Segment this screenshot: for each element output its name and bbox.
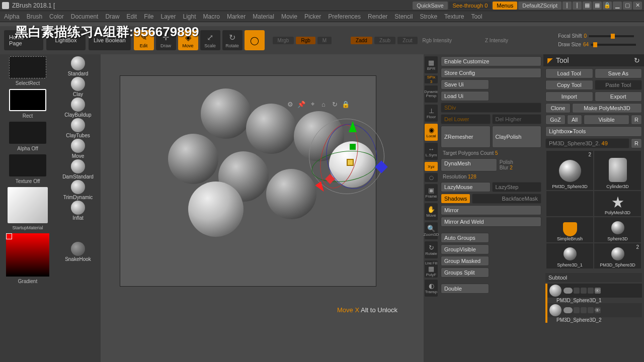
subtool-item-0[interactable]: 👁 <box>547 284 642 298</box>
home-icon[interactable]: ⌂ <box>319 100 328 108</box>
spix-label[interactable]: SPix 3 <box>425 75 438 83</box>
goz-visible-button[interactable]: Visible <box>584 115 629 125</box>
groupmasked-button[interactable]: Group Masked <box>441 256 489 266</box>
backfacemask-button[interactable]: BackfaceMask <box>472 194 541 204</box>
scale-mode-button[interactable]: ⤢Scale <box>200 30 220 50</box>
tool-thumb-3[interactable]: PolyMesh3D <box>594 191 641 216</box>
gizmo-button[interactable]: ◯ <box>245 30 265 50</box>
draw-size-slider[interactable] <box>591 44 636 46</box>
menu-document[interactable]: Document <box>71 13 99 20</box>
menu-alpha[interactable]: Alpha <box>4 13 20 20</box>
location-icon[interactable]: ⌖ <box>308 100 316 108</box>
pin-icon[interactable]: 📌 <box>297 100 305 108</box>
mirror-weld-button[interactable]: Mirror And Weld <box>441 217 541 227</box>
menu-brush[interactable]: Brush <box>27 13 42 20</box>
tool-thumb-5[interactable]: Sphere3D <box>594 217 641 242</box>
tool-thumb-2[interactable] <box>546 191 593 216</box>
save-ui-button[interactable]: Save Ui <box>441 79 489 89</box>
tool-thumb-4[interactable]: SimpleBrush <box>546 217 593 242</box>
close-icon[interactable]: ✕ <box>633 2 642 10</box>
zcut-chip[interactable]: Zcut <box>397 37 417 44</box>
goz-button[interactable]: GoZ <box>545 115 566 125</box>
brush-standard[interactable]: Standard <box>68 56 89 76</box>
lock-viewport-icon[interactable]: 🔒 <box>342 100 350 108</box>
menu-stencil[interactable]: Stencil <box>394 13 413 20</box>
export-button[interactable]: Export <box>595 92 642 102</box>
sdiv-label[interactable]: SDiv <box>441 103 541 113</box>
shadows-button[interactable]: Shadows <box>441 194 470 204</box>
store-config-button[interactable]: Store Config <box>441 68 541 78</box>
quicksave-button[interactable]: QuickSave <box>413 2 447 10</box>
minimize-icon[interactable]: ▁ <box>613 2 622 10</box>
zadd-chip[interactable]: Zadd <box>351 37 372 44</box>
clone-button[interactable]: Clone <box>545 103 571 113</box>
menu-picker[interactable]: Picker <box>304 13 321 20</box>
menu-light[interactable]: Light <box>183 13 196 20</box>
subtool-item-1[interactable]: 👁 <box>547 303 642 317</box>
xyz-button[interactable]: Xyz <box>425 162 438 171</box>
move-button[interactable]: ✋Move <box>425 203 438 220</box>
rect-swatch[interactable] <box>9 89 46 111</box>
focal-shift-slider[interactable] <box>589 35 634 37</box>
claypolish-button[interactable]: ClayPolish <box>492 126 542 148</box>
import-button[interactable]: Import <box>545 92 593 102</box>
tool-thumb-1[interactable]: Cylinder3D <box>594 151 641 190</box>
seethrough-label[interactable]: See-through 0 <box>449 2 492 10</box>
titlebar-icon-1[interactable]: ⎹⎸ <box>562 2 572 10</box>
menu-edit[interactable]: Edit <box>126 13 137 20</box>
rotate-button[interactable]: ↻Rotate <box>425 241 438 258</box>
brush-trimdynamic[interactable]: TrimDynamic <box>63 180 93 200</box>
paste-tool-button[interactable]: Paste Tool <box>595 80 642 90</box>
brush-damstandard[interactable]: DamStandard <box>62 159 94 179</box>
lsym-button[interactable]: ↔L.Sym <box>425 143 438 160</box>
goz-r-button[interactable]: R <box>631 115 642 125</box>
menu-texture[interactable]: Texture <box>444 13 464 20</box>
lazymouse-button[interactable]: LazyMouse <box>441 182 491 192</box>
brush-claytubes[interactable]: ClayTubes <box>66 118 90 138</box>
dynamesh-button[interactable]: DynaMesh <box>441 158 497 171</box>
xyz-off-button[interactable]: ◯ <box>425 173 438 182</box>
frame-button[interactable]: ▣Frame <box>425 184 438 201</box>
mrgb-chip[interactable]: Mrgb <box>273 37 294 44</box>
menu-color[interactable]: Color <box>49 13 64 20</box>
local-button[interactable]: ◉Local <box>425 124 438 141</box>
zoom-button[interactable]: 🔍Zoom3D <box>425 222 438 239</box>
collapse-icon[interactable]: ◤ <box>547 56 553 64</box>
menu-tool[interactable]: Tool <box>471 13 482 20</box>
double-button[interactable]: Double <box>441 284 489 294</box>
copy-tool-button[interactable]: Copy Tool <box>545 80 593 90</box>
select-rect-swatch[interactable] <box>9 56 46 78</box>
tool-r-button[interactable]: R <box>631 138 642 148</box>
brush-snakehook[interactable]: SnakeHook <box>65 242 91 262</box>
maximize-icon[interactable]: ▢ <box>623 2 632 10</box>
menus-button[interactable]: Menus <box>493 2 517 10</box>
groupssplit-button[interactable]: Groups Split <box>441 267 489 278</box>
tool-thumb-7[interactable]: 2PM3D_Sphere3D <box>594 243 641 268</box>
persp-button[interactable]: DynamicPersp <box>425 85 438 103</box>
menu-macro[interactable]: Macro <box>203 13 220 20</box>
gear-icon[interactable]: ⚙ <box>286 100 294 108</box>
m-chip[interactable]: M <box>317 37 332 44</box>
load-ui-button[interactable]: Load Ui <box>441 91 489 101</box>
goz-all-button[interactable]: All <box>567 115 582 125</box>
transp-button[interactable]: ◐Transp <box>425 280 438 297</box>
polyf-button[interactable]: Line Fill▦PolyF <box>425 260 438 278</box>
menu-file[interactable]: File <box>144 13 153 20</box>
enable-customize-button[interactable]: Enable Customize <box>441 56 541 66</box>
menu-layer[interactable]: Layer <box>161 13 176 20</box>
rotate-mode-button[interactable]: ↻Rotate <box>222 30 243 50</box>
default-zscript-button[interactable]: DefaultZScript <box>518 2 561 10</box>
subtool-header[interactable]: Subtool <box>545 273 642 282</box>
menu-preferences[interactable]: Preferences <box>328 13 361 20</box>
refresh-tool-icon[interactable]: ↻ <box>634 56 640 64</box>
save-as-button[interactable]: Save As <box>595 68 642 78</box>
brush-inflat[interactable]: Inflat <box>71 201 85 221</box>
titlebar-icon-2[interactable]: ⎹⎸ <box>573 2 582 10</box>
alpha-swatch[interactable] <box>9 122 46 144</box>
brush-claybuildup[interactable]: ClayBuildup <box>64 98 91 118</box>
titlebar-icon-3[interactable]: ▦ <box>583 2 592 10</box>
floor-button[interactable]: ⊥Floor <box>425 105 438 122</box>
mirror-button[interactable]: Mirror <box>441 205 541 215</box>
brush-move[interactable]: Move <box>71 139 85 159</box>
make-polymesh-button[interactable]: Make PolyMesh3D <box>572 103 642 113</box>
